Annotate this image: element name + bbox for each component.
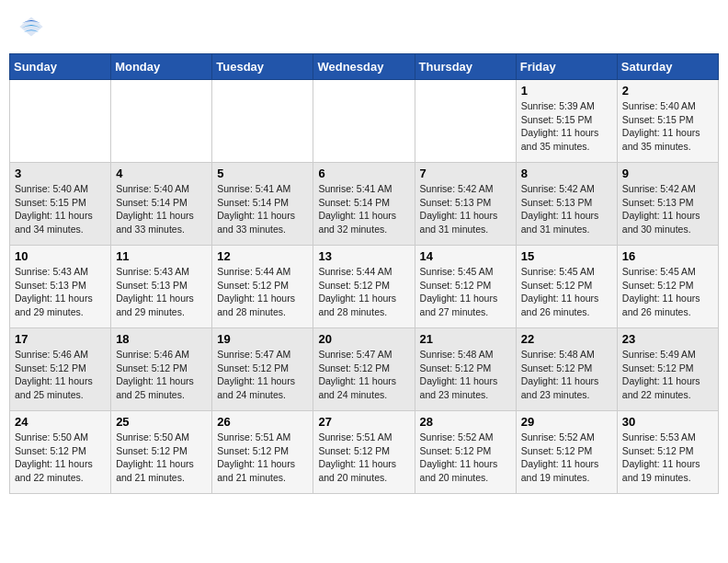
calendar-cell: 26Sunrise: 5:51 AM Sunset: 5:12 PM Dayli… — [212, 411, 313, 494]
day-number: 28 — [420, 415, 511, 429]
day-info: Sunrise: 5:47 AM Sunset: 5:12 PM Dayligh… — [217, 348, 308, 402]
day-number: 12 — [217, 249, 308, 263]
calendar-cell: 4Sunrise: 5:40 AM Sunset: 5:14 PM Daylig… — [111, 163, 212, 246]
calendar-cell: 9Sunrise: 5:42 AM Sunset: 5:13 PM Daylig… — [617, 163, 718, 246]
day-info: Sunrise: 5:40 AM Sunset: 5:14 PM Dayligh… — [116, 182, 207, 236]
calendar-cell: 24Sunrise: 5:50 AM Sunset: 5:12 PM Dayli… — [10, 411, 111, 494]
day-info: Sunrise: 5:44 AM Sunset: 5:12 PM Dayligh… — [217, 265, 308, 319]
day-info: Sunrise: 5:49 AM Sunset: 5:12 PM Dayligh… — [622, 348, 713, 402]
day-number: 14 — [420, 249, 511, 263]
day-number: 3 — [15, 167, 106, 180]
day-number: 6 — [318, 167, 409, 180]
day-number: 18 — [116, 332, 207, 346]
header-wednesday: Wednesday — [313, 54, 415, 80]
day-number: 15 — [521, 249, 612, 263]
calendar-cell: 20Sunrise: 5:47 AM Sunset: 5:12 PM Dayli… — [313, 328, 415, 411]
day-info: Sunrise: 5:46 AM Sunset: 5:12 PM Dayligh… — [116, 348, 207, 402]
day-info: Sunrise: 5:44 AM Sunset: 5:12 PM Dayligh… — [318, 265, 409, 319]
day-number: 26 — [217, 415, 308, 429]
header-sunday: Sunday — [10, 54, 111, 80]
header-monday: Monday — [111, 54, 212, 80]
calendar-cell: 25Sunrise: 5:50 AM Sunset: 5:12 PM Dayli… — [111, 411, 212, 494]
day-number: 22 — [521, 332, 612, 346]
day-info: Sunrise: 5:45 AM Sunset: 5:12 PM Dayligh… — [521, 265, 612, 319]
day-number: 7 — [420, 167, 511, 180]
day-number: 30 — [622, 415, 713, 429]
calendar-cell: 30Sunrise: 5:53 AM Sunset: 5:12 PM Dayli… — [617, 411, 718, 494]
calendar-cell: 11Sunrise: 5:43 AM Sunset: 5:13 PM Dayli… — [111, 246, 212, 328]
day-number: 23 — [622, 332, 713, 346]
week-row-2: 3Sunrise: 5:40 AM Sunset: 5:15 PM Daylig… — [10, 163, 719, 246]
day-info: Sunrise: 5:43 AM Sunset: 5:13 PM Dayligh… — [116, 265, 207, 319]
day-info: Sunrise: 5:51 AM Sunset: 5:12 PM Dayligh… — [217, 431, 308, 485]
calendar-cell: 5Sunrise: 5:41 AM Sunset: 5:14 PM Daylig… — [212, 163, 313, 246]
day-number: 1 — [521, 84, 612, 98]
day-number: 11 — [116, 249, 207, 263]
calendar-cell: 10Sunrise: 5:43 AM Sunset: 5:13 PM Dayli… — [10, 246, 111, 328]
header-saturday: Saturday — [617, 54, 718, 80]
header-tuesday: Tuesday — [212, 54, 313, 80]
day-info: Sunrise: 5:40 AM Sunset: 5:15 PM Dayligh… — [15, 182, 106, 236]
day-info: Sunrise: 5:50 AM Sunset: 5:12 PM Dayligh… — [15, 431, 106, 485]
calendar-cell: 1Sunrise: 5:39 AM Sunset: 5:15 PM Daylig… — [516, 80, 617, 163]
calendar-cell: 23Sunrise: 5:49 AM Sunset: 5:12 PM Dayli… — [617, 328, 718, 411]
day-info: Sunrise: 5:39 AM Sunset: 5:15 PM Dayligh… — [521, 99, 612, 154]
day-number: 16 — [622, 249, 713, 263]
day-info: Sunrise: 5:47 AM Sunset: 5:12 PM Dayligh… — [318, 348, 409, 402]
calendar-cell: 29Sunrise: 5:52 AM Sunset: 5:12 PM Dayli… — [516, 411, 617, 494]
calendar-cell: 28Sunrise: 5:52 AM Sunset: 5:12 PM Dayli… — [415, 411, 516, 494]
calendar-cell — [10, 80, 111, 163]
calendar-cell: 21Sunrise: 5:48 AM Sunset: 5:12 PM Dayli… — [415, 328, 516, 411]
calendar-cell: 12Sunrise: 5:44 AM Sunset: 5:12 PM Dayli… — [212, 246, 313, 328]
day-number: 21 — [420, 332, 511, 346]
calendar-cell: 7Sunrise: 5:42 AM Sunset: 5:13 PM Daylig… — [415, 163, 516, 246]
day-info: Sunrise: 5:41 AM Sunset: 5:14 PM Dayligh… — [318, 182, 409, 236]
week-row-3: 10Sunrise: 5:43 AM Sunset: 5:13 PM Dayli… — [10, 246, 719, 328]
calendar-cell: 8Sunrise: 5:42 AM Sunset: 5:13 PM Daylig… — [516, 163, 617, 246]
day-number: 19 — [217, 332, 308, 346]
day-number: 25 — [116, 415, 207, 429]
day-info: Sunrise: 5:52 AM Sunset: 5:12 PM Dayligh… — [420, 431, 511, 485]
calendar-cell: 3Sunrise: 5:40 AM Sunset: 5:15 PM Daylig… — [10, 163, 111, 246]
day-info: Sunrise: 5:50 AM Sunset: 5:12 PM Dayligh… — [116, 431, 207, 485]
day-info: Sunrise: 5:48 AM Sunset: 5:12 PM Dayligh… — [521, 348, 612, 402]
calendar-table: SundayMondayTuesdayWednesdayThursdayFrid… — [9, 53, 719, 494]
calendar-header-row: SundayMondayTuesdayWednesdayThursdayFrid… — [10, 54, 719, 80]
calendar-cell — [111, 80, 212, 163]
calendar-cell: 18Sunrise: 5:46 AM Sunset: 5:12 PM Dayli… — [111, 328, 212, 411]
week-row-1: 1Sunrise: 5:39 AM Sunset: 5:15 PM Daylig… — [10, 80, 719, 163]
calendar-cell — [212, 80, 313, 163]
day-info: Sunrise: 5:41 AM Sunset: 5:14 PM Dayligh… — [217, 182, 308, 236]
calendar-cell: 19Sunrise: 5:47 AM Sunset: 5:12 PM Dayli… — [212, 328, 313, 411]
day-number: 27 — [318, 415, 409, 429]
day-number: 9 — [622, 167, 713, 180]
day-number: 10 — [15, 249, 106, 263]
day-info: Sunrise: 5:40 AM Sunset: 5:15 PM Dayligh… — [622, 99, 713, 154]
day-info: Sunrise: 5:46 AM Sunset: 5:12 PM Dayligh… — [15, 348, 106, 402]
day-number: 4 — [116, 167, 207, 180]
day-info: Sunrise: 5:51 AM Sunset: 5:12 PM Dayligh… — [318, 431, 409, 485]
calendar-cell: 16Sunrise: 5:45 AM Sunset: 5:12 PM Dayli… — [617, 246, 718, 328]
page-header — [9, 9, 719, 44]
day-info: Sunrise: 5:42 AM Sunset: 5:13 PM Dayligh… — [622, 182, 713, 236]
day-info: Sunrise: 5:42 AM Sunset: 5:13 PM Dayligh… — [521, 182, 612, 236]
calendar-cell: 15Sunrise: 5:45 AM Sunset: 5:12 PM Dayli… — [516, 246, 617, 328]
calendar-cell — [415, 80, 516, 163]
day-number: 2 — [622, 84, 713, 98]
day-number: 29 — [521, 415, 612, 429]
day-info: Sunrise: 5:42 AM Sunset: 5:13 PM Dayligh… — [420, 182, 511, 236]
calendar-cell — [313, 80, 415, 163]
calendar-cell: 27Sunrise: 5:51 AM Sunset: 5:12 PM Dayli… — [313, 411, 415, 494]
day-info: Sunrise: 5:45 AM Sunset: 5:12 PM Dayligh… — [622, 265, 713, 319]
week-row-5: 24Sunrise: 5:50 AM Sunset: 5:12 PM Dayli… — [10, 411, 719, 494]
calendar-cell: 14Sunrise: 5:45 AM Sunset: 5:12 PM Dayli… — [415, 246, 516, 328]
day-number: 5 — [217, 167, 308, 180]
day-info: Sunrise: 5:45 AM Sunset: 5:12 PM Dayligh… — [420, 265, 511, 319]
day-info: Sunrise: 5:53 AM Sunset: 5:12 PM Dayligh… — [622, 431, 713, 485]
logo — [18, 14, 48, 40]
day-info: Sunrise: 5:48 AM Sunset: 5:12 PM Dayligh… — [420, 348, 511, 402]
day-number: 13 — [318, 249, 409, 263]
calendar-cell: 2Sunrise: 5:40 AM Sunset: 5:15 PM Daylig… — [617, 80, 718, 163]
day-number: 8 — [521, 167, 612, 180]
calendar-cell: 6Sunrise: 5:41 AM Sunset: 5:14 PM Daylig… — [313, 163, 415, 246]
